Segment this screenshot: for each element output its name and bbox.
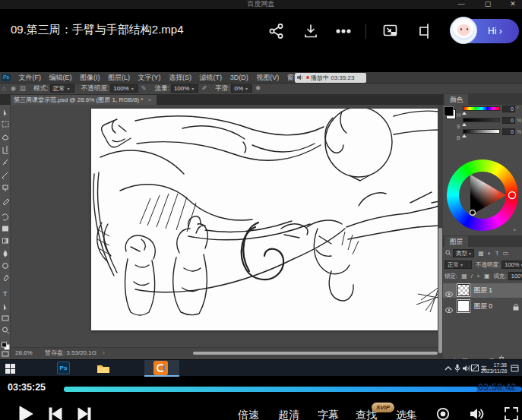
layer-fill-select[interactable]: 100% — [508, 272, 522, 280]
next-button[interactable] — [78, 407, 91, 420]
layer-name[interactable]: 图层 0 — [474, 302, 492, 310]
minimize-button[interactable]: — — [454, 0, 468, 9]
taskbar-recorder-button[interactable] — [144, 360, 179, 377]
previous-button[interactable] — [49, 407, 62, 420]
home-icon[interactable]: ⌂ — [0, 84, 8, 93]
lock-position-icon[interactable]: + — [476, 273, 480, 279]
ps-menu-3d[interactable]: 3D(D) — [227, 72, 252, 83]
play-button[interactable] — [18, 406, 33, 420]
pressure-opacity-icon[interactable]: ✎ — [140, 84, 147, 93]
layer-thumbnail[interactable] — [457, 284, 470, 296]
video-frame-photoshop: Ps 文件(F) 编辑(E) 图像(I) 图层(L) 文字(Y) 选择(S) 滤… — [0, 72, 522, 376]
tab-close-icon[interactable]: × — [148, 96, 152, 103]
settings-gear-icon[interactable]: ✱ — [254, 84, 261, 93]
record-loop-icon[interactable] — [436, 407, 450, 420]
lock-paint-icon[interactable]: / — [471, 273, 473, 279]
network-icon[interactable] — [471, 365, 479, 371]
filter-shape-icon[interactable]: ▭ — [503, 250, 509, 257]
side-panel-icon[interactable] — [415, 22, 433, 40]
start-button[interactable] — [5, 364, 15, 374]
ps-menu-type[interactable]: 文字(Y) — [135, 72, 164, 83]
layer-row-0[interactable]: 图层 0 — [443, 299, 522, 314]
download-icon[interactable] — [302, 22, 320, 40]
flow-select[interactable]: 100% — [171, 84, 198, 93]
document-tab-title: 第三周课堂示范.psd @ 28.6% (图层 1, RGB/8) * — [14, 96, 143, 103]
saturation-value[interactable]: 0 — [502, 117, 515, 124]
mini-player-icon[interactable] — [381, 22, 400, 40]
window-titlebar: 百度网盘 — ▢ ✕ — [0, 0, 522, 9]
zoom-level[interactable]: 28.6% — [15, 349, 33, 356]
progress-bar[interactable] — [64, 387, 522, 392]
more-icon[interactable] — [334, 22, 353, 40]
smooth-select[interactable]: 0% — [231, 84, 252, 93]
quality-button[interactable]: 超清 — [278, 409, 299, 420]
maximize-button[interactable]: ▢ — [481, 0, 495, 9]
filter-pixel-icon[interactable]: ▦ — [478, 250, 484, 257]
notification-center-icon[interactable] — [511, 365, 519, 372]
lock-all-icon[interactable]: ▣ — [484, 273, 490, 279]
progress-fill — [64, 387, 477, 392]
color-wheel-triangle[interactable] — [447, 159, 518, 231]
taskbar-explorer-button[interactable] — [93, 360, 115, 377]
layer-thumbnail[interactable] — [457, 300, 470, 312]
tray-chevron-icon[interactable] — [444, 366, 452, 371]
status-arrow-icon[interactable]: › — [103, 349, 105, 356]
ps-menu-view[interactable]: 视图(V) — [253, 72, 282, 83]
ps-menu-layer[interactable]: 图层(L) — [105, 72, 133, 83]
ps-toolbox[interactable]: T … — [0, 105, 11, 358]
panel-toggle-icon[interactable]: ▤ — [19, 84, 27, 93]
taskbar-clock[interactable]: 17:38 2023/11/26 — [481, 362, 507, 374]
hue-ring-selector — [509, 192, 516, 199]
ps-logo: Ps — [2, 74, 11, 81]
playback-speed-button[interactable]: 倍速 — [238, 409, 259, 420]
document-tab[interactable]: 第三周课堂示范.psd @ 28.6% (图层 1, RGB/8) * × — [11, 95, 157, 106]
lock-transparent-icon[interactable]: ▦ — [461, 273, 467, 279]
brightness-value[interactable]: 0 — [502, 128, 515, 135]
hue-slider[interactable] — [463, 106, 500, 111]
saturation-slider[interactable] — [463, 118, 500, 122]
brush-preset-icon[interactable]: ◉ — [9, 84, 17, 93]
ps-menu-file[interactable]: 文件(F) — [16, 72, 45, 83]
visibility-eye-icon[interactable] — [445, 304, 453, 318]
filter-type-icon[interactable]: T — [495, 250, 499, 257]
document-canvas[interactable] — [91, 109, 441, 330]
close-button[interactable]: ✕ — [506, 0, 520, 9]
layer-opacity-select[interactable]: 100% — [501, 261, 522, 269]
hue-unit: ° — [517, 106, 519, 112]
vertical-scrollbar[interactable] — [438, 228, 442, 353]
playlist-button[interactable]: 选集 — [396, 409, 417, 420]
photoshop-tile-icon: Ps — [57, 362, 70, 374]
layer-blend-select[interactable]: 正常 — [444, 261, 472, 269]
microphone-icon[interactable] — [454, 364, 460, 373]
horizontal-scrollbar[interactable] — [193, 352, 438, 355]
windows-taskbar: Ps 英 17:38 2023/11/26 — [0, 359, 522, 376]
brightness-slider[interactable] — [463, 129, 500, 134]
layers-filter-row: 类型 ▦ ◐ T ▭ — [443, 249, 522, 257]
user-account-pill[interactable]: Hi › — [451, 19, 519, 43]
share-icon[interactable] — [267, 22, 286, 40]
color-panel-tab[interactable]: 颜色 — [444, 94, 468, 105]
volume-tray-icon[interactable] — [463, 365, 471, 372]
hue-value[interactable]: 0 — [502, 106, 515, 112]
ps-menu-edit[interactable]: 编辑(E) — [46, 72, 75, 83]
foreground-color-swatch[interactable] — [444, 106, 454, 116]
layers-panel-tab[interactable]: 图层 — [444, 236, 468, 247]
ps-menu-image[interactable]: 图像(I) — [77, 72, 103, 83]
saturation-unit: % — [517, 118, 521, 123]
filter-type-select[interactable]: 类型 — [453, 249, 474, 257]
scratch-disk-info: 暂存盘: 3.53/20.1G — [45, 349, 96, 356]
airbrush-icon[interactable]: ✐ — [201, 84, 208, 93]
layer-name[interactable]: 图层 1 — [474, 286, 492, 294]
blend-mode-select[interactable]: 正常 — [50, 84, 74, 93]
fullscreen-button[interactable] — [505, 407, 518, 420]
panel-menu-icon[interactable]: ≡ — [513, 227, 516, 232]
opacity-select[interactable]: 100% — [110, 84, 138, 93]
ps-menu-filter[interactable]: 滤镜(T) — [197, 72, 226, 83]
filter-adjustment-icon[interactable]: ◐ — [488, 250, 492, 257]
total-time: 03:58:42 — [478, 382, 516, 393]
subtitles-button[interactable]: 字幕 — [318, 409, 339, 420]
taskbar-photoshop-button[interactable]: Ps — [55, 360, 78, 377]
volume-button[interactable] — [470, 407, 485, 420]
ps-menu-select[interactable]: 选择(S) — [166, 72, 195, 83]
layer-row-1[interactable]: 图层 1 — [443, 283, 522, 298]
